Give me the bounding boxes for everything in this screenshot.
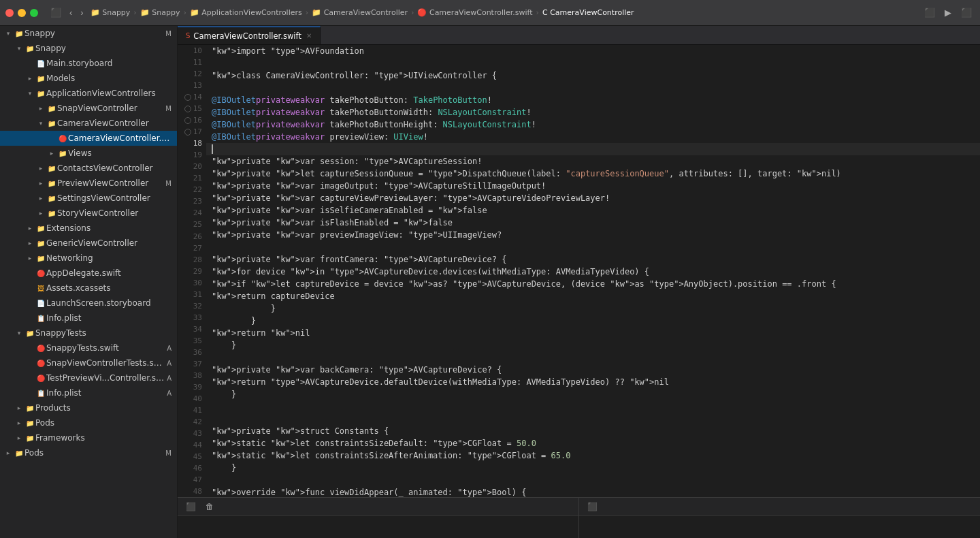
sidebar-toggle-button[interactable]: ⬛ bbox=[48, 6, 64, 19]
code-line-19[interactable]: "kw">private "kw">var session: "type">AV… bbox=[206, 155, 980, 168]
tab-close-icon[interactable]: ✕ bbox=[306, 32, 312, 39]
code-line-38[interactable]: } bbox=[206, 388, 980, 400]
code-line-45[interactable] bbox=[206, 474, 980, 486]
bc-cameraviewcontroller-symbol[interactable]: C CameraViewController bbox=[542, 8, 634, 17]
bc-appviewcontrollers[interactable]: 📁 ApplicationViewControllers bbox=[190, 8, 302, 17]
expand-arrow[interactable] bbox=[14, 434, 24, 441]
code-line-24[interactable]: "kw">private "kw">var isFlashEnabled = "… bbox=[206, 217, 980, 229]
expand-arrow[interactable] bbox=[35, 195, 46, 202]
code-line-33[interactable]: "kw">return "kw">nil bbox=[206, 327, 980, 339]
sidebar-item-appviewcontrollers[interactable]: 📁 ApplicationViewControllers bbox=[0, 86, 177, 101]
sidebar-item-genericviewcontroller[interactable]: 📁 GenericViewController bbox=[0, 236, 177, 251]
forward-button[interactable]: › bbox=[78, 6, 86, 19]
code-line-35[interactable] bbox=[206, 351, 980, 364]
expand-arrow[interactable] bbox=[24, 240, 35, 247]
sidebar-item-launchscreen[interactable]: 📄 LaunchScreen.storyboard bbox=[0, 296, 177, 311]
expand-arrow[interactable] bbox=[35, 105, 46, 112]
code-line-23[interactable]: "kw">private "kw">var isSelfieCameraEnab… bbox=[206, 204, 980, 217]
code-line-15[interactable]: @IBOutlet private weak var takePhotoButt… bbox=[206, 106, 980, 118]
bc-snappy-project[interactable]: 📁 Snappy bbox=[91, 8, 131, 17]
expand-arrow[interactable] bbox=[35, 120, 46, 127]
sidebar-item-products[interactable]: 📁 Products bbox=[0, 400, 177, 415]
expand-arrow[interactable] bbox=[14, 405, 24, 411]
sidebar-item-snappytests[interactable]: 📁 SnappyTests bbox=[0, 326, 177, 341]
code-line-30[interactable]: "kw">return captureDevice bbox=[206, 290, 980, 302]
sidebar-item-testpreviewvi[interactable]: 🔴 TestPreviewVi...Controller.swift A bbox=[0, 370, 177, 385]
bc-cameraviewcontroller-folder[interactable]: 📁 CameraViewController bbox=[312, 8, 408, 17]
sidebar-item-extensions[interactable]: 📁 Extensions bbox=[0, 221, 177, 236]
sidebar-item-pods-root[interactable]: 📁 Pods M bbox=[0, 445, 177, 460]
inspector-button[interactable]: ⬛ bbox=[958, 6, 975, 19]
sidebar-item-snappy-root[interactable]: 📁 Snappy M bbox=[0, 26, 177, 41]
code-line-11[interactable] bbox=[206, 57, 980, 69]
code-line-17[interactable]: @IBOutlet private weak var previewView: … bbox=[206, 131, 980, 143]
code-line-42[interactable]: "kw">static "kw">let constraintsSizeDefa… bbox=[206, 437, 980, 449]
sidebar-item-networking[interactable]: 📁 Networking bbox=[0, 251, 177, 266]
maximize-button[interactable] bbox=[30, 9, 38, 17]
sidebar-item-info-plist-tests[interactable]: 📋 Info.plist A bbox=[0, 385, 177, 400]
sidebar-item-views[interactable]: 📁 Views bbox=[0, 146, 177, 161]
expand-arrow[interactable] bbox=[35, 165, 46, 172]
expand-arrow[interactable] bbox=[24, 255, 35, 262]
sidebar-item-snappytests-swift[interactable]: 🔴 SnappyTests.swift A bbox=[0, 341, 177, 355]
code-line-34[interactable]: } bbox=[206, 339, 980, 351]
code-line-12[interactable]: "kw">class CameraViewController: "type">… bbox=[206, 69, 980, 82]
code-editor[interactable]: 10111213 14 15 16 17 1819202122232425262… bbox=[178, 45, 980, 497]
sidebar-item-storyviewcontroller[interactable]: 📁 StoryViewController bbox=[0, 206, 177, 221]
sidebar-item-info-plist[interactable]: 📋 Info.plist bbox=[0, 311, 177, 326]
expand-arrow[interactable] bbox=[46, 150, 57, 157]
code-line-40[interactable] bbox=[206, 413, 980, 425]
code-line-27[interactable]: "kw">private "kw">var frontCamera: "type… bbox=[206, 253, 980, 266]
code-line-29[interactable]: "kw">if "kw">let captureDevice = device … bbox=[206, 278, 980, 290]
close-button[interactable] bbox=[5, 9, 14, 17]
code-line-28[interactable]: "kw">for device "kw">in "type">AVCapture… bbox=[206, 266, 980, 278]
sidebar-item-cameraviewcontroller-swift[interactable]: 🔴 CameraViewController.swift bbox=[0, 131, 177, 146]
sidebar-item-main-storyboard[interactable]: 📄 Main.storyboard bbox=[0, 56, 177, 71]
debug-toggle-button[interactable]: ⬛ bbox=[183, 501, 199, 512]
sidebar-item-appdelegate[interactable]: 🔴 AppDelegate.swift bbox=[0, 266, 177, 281]
code-line-37[interactable]: "kw">return "type">AVCaptureDevice.defau… bbox=[206, 376, 980, 388]
expand-arrow[interactable] bbox=[24, 75, 35, 82]
bc-cameraviewcontroller-file[interactable]: 🔴 CameraViewController.swift bbox=[417, 8, 532, 17]
sidebar-item-models[interactable]: 📁 Models bbox=[0, 71, 177, 86]
sidebar-item-cameraviewcontroller[interactable]: 📁 CameraViewController bbox=[0, 116, 177, 131]
code-line-22[interactable]: "kw">private "kw">var captureViewPreview… bbox=[206, 192, 980, 204]
expand-arrow[interactable] bbox=[14, 330, 24, 336]
sidebar-item-settingsviewcontroller[interactable]: 📁 SettingsViewController bbox=[0, 191, 177, 206]
sidebar-item-pods[interactable]: 📁 Pods bbox=[0, 415, 177, 430]
tab-cameraviewcontroller[interactable]: S CameraViewController.swift ✕ bbox=[178, 27, 321, 44]
sidebar-item-snapviewcontrollertest[interactable]: 🔴 SnapViewControllerTests.swift A bbox=[0, 355, 177, 370]
iboutlet-circle[interactable] bbox=[184, 94, 191, 101]
code-line-44[interactable]: } bbox=[206, 462, 980, 474]
expand-arrow[interactable] bbox=[24, 90, 35, 97]
expand-arrow[interactable] bbox=[35, 210, 46, 217]
sidebar-item-snappy-group[interactable]: 📁 Snappy bbox=[0, 41, 177, 56]
navigator-button[interactable]: ⬛ bbox=[921, 6, 938, 19]
code-line-39[interactable] bbox=[206, 400, 980, 413]
code-line-14[interactable]: @IBOutlet private weak var takePhotoButt… bbox=[206, 94, 980, 106]
window-controls[interactable] bbox=[5, 9, 38, 17]
code-line-18[interactable] bbox=[206, 143, 980, 155]
sidebar-item-assets[interactable]: 🖼 Assets.xcassets bbox=[0, 281, 177, 296]
code-line-36[interactable]: "kw">private "kw">var backCamera: "type"… bbox=[206, 364, 980, 376]
sidebar-item-frameworks[interactable]: 📁 Frameworks bbox=[0, 430, 177, 445]
iboutlet-circle[interactable] bbox=[184, 106, 191, 112]
bc-snappy-group[interactable]: 📁 Snappy bbox=[140, 8, 180, 17]
sidebar-item-contactsviewcontroller[interactable]: 📁 ContactsViewController bbox=[0, 161, 177, 176]
code-body[interactable]: "kw">import "type">AVFoundation"kw">clas… bbox=[206, 45, 980, 497]
code-line-26[interactable] bbox=[206, 241, 980, 253]
code-line-41[interactable]: "kw">private "kw">struct Constants { bbox=[206, 425, 980, 437]
debug-clear-button[interactable]: 🗑 bbox=[203, 501, 216, 512]
code-line-16[interactable]: @IBOutlet private weak var takePhotoButt… bbox=[206, 118, 980, 131]
debug-button[interactable]: ▶ bbox=[942, 6, 954, 19]
expand-arrow[interactable] bbox=[14, 45, 24, 52]
code-line-20[interactable]: "kw">private "kw">let captureSessionQueu… bbox=[206, 168, 980, 180]
expand-arrow[interactable] bbox=[24, 225, 35, 232]
expand-arrow[interactable] bbox=[3, 30, 14, 37]
debug-nav-button[interactable]: ⬛ bbox=[585, 501, 600, 512]
expand-arrow[interactable] bbox=[35, 180, 46, 187]
code-line-10[interactable]: "kw">import "type">AVFoundation bbox=[206, 45, 980, 57]
code-line-13[interactable] bbox=[206, 82, 980, 94]
back-button[interactable]: ‹ bbox=[67, 6, 75, 19]
expand-arrow[interactable] bbox=[14, 420, 24, 426]
